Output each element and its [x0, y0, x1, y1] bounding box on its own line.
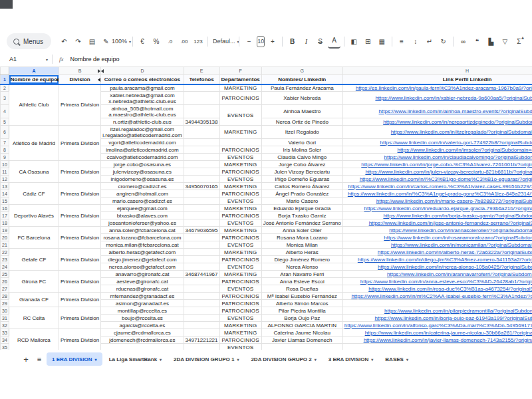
currency-format-button[interactable]: € [136, 35, 148, 48]
department-cell[interactable]: PATROCINIOS [219, 293, 261, 300]
linkedin-link-cell[interactable]: https://www.linkedin.com/in/valerio-gori… [342, 139, 532, 146]
linkedin-link-cell[interactable]: https://www.linkedin.com/in/mario-casero… [342, 198, 532, 205]
linkedin-link-cell[interactable]: https://www.linkedin.com/in/annasoleroll… [342, 227, 532, 234]
increase-decimals-button[interactable]: .00 [178, 35, 190, 48]
email-cell[interactable]: alberto.heras@getafecf.com [101, 249, 184, 256]
column-letter[interactable]: E [184, 67, 219, 75]
row-number[interactable]: 32 [1, 322, 9, 329]
column-letter[interactable]: F [219, 67, 261, 75]
linkedin-link[interactable]: https://www.linkedin.com/in/valerio-gori… [380, 140, 532, 146]
linkedin-link-cell[interactable]: https://www.linkedin.com/in/nerea-alonso… [342, 263, 532, 271]
insert-comment-button[interactable]: ❝ [471, 35, 483, 48]
contact-name-cell[interactable]: Ainhoa Maestro [261, 105, 342, 118]
linkedin-link-cell[interactable]: https://www.linkedin.com/in/alberto-hera… [342, 249, 532, 256]
department-cell[interactable]: PATROCINIOS [219, 212, 261, 219]
header-cell[interactable]: Telefonos [184, 75, 219, 84]
department-cell[interactable]: MARKETING [219, 271, 261, 278]
linkedin-link[interactable]: https://www.linkedin.com/in/%C3%A1ngel-p… [348, 191, 532, 197]
phone-cell[interactable]: 34944395138 [184, 118, 219, 126]
linkedin-link[interactable]: https://www.linkedin.com/in/ainhoa-maest… [379, 108, 532, 114]
phone-cell[interactable] [184, 205, 219, 212]
contact-name-cell[interactable]: Carlos Romero Álvarez [261, 183, 342, 190]
department-cell[interactable]: EVENTOS [219, 176, 261, 183]
phone-cell[interactable] [184, 263, 219, 271]
row-number[interactable]: 29 [1, 300, 9, 307]
linkedin-link[interactable]: https://www.linkedin.com/in/diego-jim%C3… [358, 257, 532, 263]
percent-format-button[interactable]: % [150, 35, 162, 48]
email-cell[interactable]: n.ortiz@athletic-club.eus [101, 118, 184, 126]
division-cell[interactable]: Primera Division [59, 329, 101, 350]
email-cell[interactable]: anna.soler@fcbarcelona.cat [101, 227, 184, 234]
redo-button[interactable]: ↷ [72, 35, 84, 48]
department-cell[interactable]: MARKETING [219, 183, 261, 190]
phone-cell[interactable]: 34956070165 [184, 183, 219, 190]
department-cell[interactable] [219, 139, 261, 146]
row-number[interactable]: 12 [1, 176, 9, 183]
linkedin-link[interactable]: https://www.linkedin.com/in/javier-llama… [364, 337, 532, 343]
division-cell[interactable]: Primera Division [59, 271, 101, 293]
chevron-down-icon[interactable]: ▾ [160, 357, 162, 362]
linkedin-link-cell[interactable]: https://www.linkedin.com/in/arannavarrof… [342, 271, 532, 278]
fill-color-button[interactable]: ◧ [348, 35, 360, 48]
linkedin-link-cell[interactable]: https://www.linkedin.com/in/carlos-romer… [342, 183, 532, 190]
team-cell[interactable]: CA Osasuna [9, 161, 59, 183]
department-cell[interactable]: EVENTOS [219, 344, 261, 350]
linkedin-link-cell[interactable]: https://www.linkedin.com/in/claudiacalvo… [342, 154, 532, 161]
row-number[interactable]: 7 [1, 139, 9, 146]
linkedin-link-cell[interactable]: https://www.linkedin.com/in/rosanamoralo… [342, 234, 532, 241]
email-cell[interactable]: cjaume@rcdmallorca.es [101, 329, 184, 336]
email-cell[interactable]: xabier.nebreda@gmail.comx.nebreda@athlet… [101, 92, 184, 105]
department-cell[interactable]: MARKETING [219, 205, 261, 212]
phone-cell[interactable] [184, 293, 219, 300]
italic-button[interactable]: I [300, 35, 313, 48]
email-cell[interactable]: montillap@rccelta.es [101, 307, 184, 315]
contact-name-cell[interactable] [261, 344, 342, 350]
email-cell[interactable]: mario.casero@cadizcf.es [101, 198, 184, 205]
linkedin-link[interactable]: https://www.linkedin.com/in/rosa-due%C3%… [368, 286, 532, 292]
row-number[interactable]: 34 [1, 336, 9, 344]
linkedin-link[interactable]: https://www.linkedin.com/in/eduardo-ejar… [364, 205, 532, 211]
row-number[interactable]: 23 [1, 256, 9, 263]
decrease-decimals-button[interactable]: .0 [164, 35, 176, 48]
row-number[interactable]: 27 [1, 285, 9, 293]
contact-name-cell[interactable]: Rosana Mora Lozano [261, 234, 342, 241]
row-number[interactable]: 22 [1, 249, 9, 256]
phone-cell[interactable] [184, 315, 219, 322]
email-cell[interactable]: inigodomeno@osasuna.es [101, 176, 184, 183]
phone-cell[interactable] [184, 285, 219, 293]
header-cell[interactable]: Correo o correos electronicos [101, 75, 184, 84]
email-cell[interactable]: anavarro@gironafc.cat [101, 271, 184, 278]
linkedin-link-cell[interactable]: https://www.linkedin.com/in/anna-esteve-… [342, 278, 532, 285]
linkedin-link[interactable]: https://www.linkedin.com/in/alfonso-garc… [344, 323, 532, 329]
email-cell[interactable]: nerea.alonso@getafecf.com [101, 263, 184, 271]
linkedin-link[interactable]: https://www.linkedin.com/in/nerea-alonso… [378, 264, 532, 270]
contact-name-cell[interactable]: Rosa Dueñas [261, 285, 342, 293]
merge-cells-button[interactable]: ▦ [376, 35, 388, 48]
paint-format-button[interactable]: ✎ [100, 35, 112, 48]
linkedin-link[interactable]: https://www.linkedin.com/in/m%C2%AA-isab… [351, 293, 532, 299]
email-cell[interactable]: ainhoa_505@hotmail.coma.maestro@athletic… [101, 105, 184, 118]
phone-cell[interactable] [184, 176, 219, 183]
linkedin-link-cell[interactable]: https://www.linkedin.com/in/xabier-nebre… [342, 92, 532, 105]
row-number[interactable]: 11 [1, 168, 9, 176]
contact-name-cell[interactable]: Jorge Cobo Álvarez [261, 161, 342, 168]
row-number[interactable]: 26 [1, 278, 9, 285]
phone-cell[interactable] [184, 168, 219, 176]
linkedin-link-cell[interactable]: https://www.linkedin.com/in/ainhoa-maest… [342, 105, 532, 118]
row-number[interactable]: 1 [1, 75, 9, 84]
linkedin-link-cell[interactable]: https://www.linkedin.com/in/jorge-cobo-%… [342, 161, 532, 168]
linkedin-link-cell[interactable]: https://www.linkedin.com/in/nereaortizde… [342, 118, 532, 126]
department-cell[interactable]: PATROCINIOS [219, 168, 261, 176]
contact-name-cell[interactable]: Xabier Nebreda [261, 92, 342, 105]
linkedin-link-cell[interactable]: https://www.linkedin.com/in/i%C3%B1igo-d… [342, 176, 532, 183]
linkedin-link-cell[interactable]: https://www.linkedin.com/in/pilarpiedram… [342, 307, 532, 315]
all-sheets-button[interactable]: ≡ [33, 355, 45, 363]
linkedin-link-cell[interactable]: https://www.linkedin.com/in/borja-txasko… [342, 212, 532, 219]
font-size-input[interactable]: 10 [257, 36, 265, 47]
department-cell[interactable]: MARKETING [219, 322, 261, 329]
department-cell[interactable]: PATROCINIOS [219, 92, 261, 105]
department-cell[interactable]: EVENTOS [219, 315, 261, 322]
email-cell[interactable]: asimon@granadacf.es [101, 300, 184, 307]
header-cell[interactable]: Division [59, 75, 101, 84]
collapse-toolbar-button[interactable]: ▴ [521, 35, 524, 41]
